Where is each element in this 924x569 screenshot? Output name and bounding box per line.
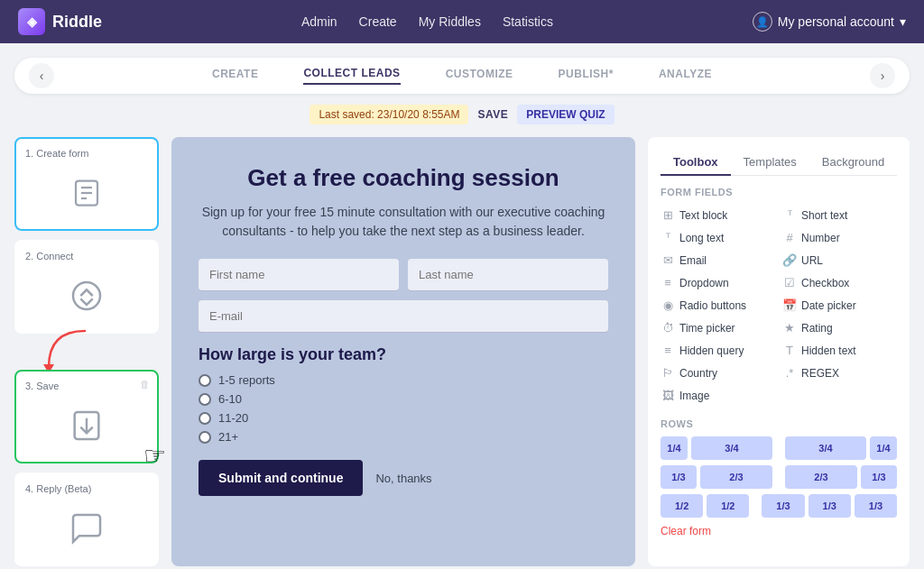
option-2: 6-10 bbox=[199, 392, 608, 406]
field-checkbox[interactable]: ☑ Checkbox bbox=[782, 274, 897, 291]
step-card-2-icon bbox=[25, 269, 148, 323]
save-bar: Last saved: 23/10/20 8:55AM SAVE PREVIEW… bbox=[14, 105, 910, 124]
field-hidden-text[interactable]: T Hidden text bbox=[782, 342, 897, 359]
field-regex-label: REGEX bbox=[801, 367, 839, 380]
row-1-2-btn-1[interactable]: 1/2 bbox=[661, 494, 703, 518]
save-button[interactable]: SAVE bbox=[477, 108, 508, 121]
clear-form-button[interactable]: Clear form bbox=[661, 525, 897, 537]
team-question: How large is your team? bbox=[199, 345, 608, 364]
field-number[interactable]: # Number bbox=[782, 229, 897, 246]
field-dropdown-label: Dropdown bbox=[679, 277, 729, 289]
no-thanks-link[interactable]: No, thanks bbox=[375, 472, 431, 485]
row-1-3-btn-4[interactable]: 1/3 bbox=[808, 494, 851, 518]
red-arrow-svg bbox=[31, 326, 121, 372]
field-image[interactable]: 🖼 Image bbox=[661, 387, 775, 404]
field-rating[interactable]: ★ Rating bbox=[782, 319, 897, 336]
dropdown-icon: ≡ bbox=[661, 276, 675, 289]
field-short-text[interactable]: ᵀ Short text bbox=[782, 206, 897, 224]
row-3-4-btn-1[interactable]: 3/4 bbox=[691, 436, 772, 460]
form-preview: Get a free coaching session Sign up for … bbox=[171, 137, 635, 566]
row-1-3-btn-1[interactable]: 1/3 bbox=[661, 465, 697, 489]
radio-dot-2[interactable] bbox=[199, 393, 211, 406]
row-1-3-btn-5[interactable]: 1/3 bbox=[855, 494, 897, 518]
row-3-4-btn-2[interactable]: 3/4 bbox=[785, 436, 866, 460]
field-time-picker[interactable]: ⏱ Time picker bbox=[661, 319, 775, 336]
preview-content: Get a free coaching session Sign up for … bbox=[171, 137, 635, 514]
regex-icon: .* bbox=[782, 366, 797, 380]
field-regex[interactable]: .* REGEX bbox=[782, 364, 897, 381]
field-country-label: Country bbox=[679, 367, 717, 380]
step-card-4[interactable]: 4. Reply (Beta) bbox=[14, 473, 159, 566]
country-icon: 🏳 bbox=[661, 366, 675, 380]
step-collect-leads[interactable]: COLLECT LEADS bbox=[303, 67, 400, 85]
field-url-label: URL bbox=[801, 254, 823, 267]
form-title: Get a free coaching session bbox=[199, 164, 608, 192]
nav-create[interactable]: Create bbox=[359, 14, 397, 29]
option-4: 21+ bbox=[199, 430, 608, 444]
field-long-text[interactable]: ᵀ Long text bbox=[661, 229, 775, 246]
option-3: 11-20 bbox=[199, 411, 608, 425]
logo: ◈ Riddle bbox=[18, 8, 102, 35]
field-time-label: Time picker bbox=[679, 322, 735, 335]
submit-button[interactable]: Submit and continue bbox=[199, 460, 363, 496]
step-card-3-icon bbox=[25, 399, 148, 453]
time-picker-icon: ⏱ bbox=[661, 321, 675, 335]
radio-dot-4[interactable] bbox=[199, 431, 211, 444]
field-country[interactable]: 🏳 Country bbox=[661, 364, 775, 381]
main-wrapper: ‹ CREATE COLLECT LEADS CUSTOMIZE PUBLISH… bbox=[0, 43, 924, 569]
step-nav-next[interactable]: › bbox=[870, 63, 895, 88]
step-card-2[interactable]: 2. Connect bbox=[14, 240, 159, 334]
step-card-4-icon bbox=[25, 501, 148, 555]
step-card-1-title: 1. Create form bbox=[25, 148, 148, 159]
step-card-3-delete[interactable]: 🗑 bbox=[140, 379, 150, 390]
form-fields-label: Form fields bbox=[661, 187, 897, 197]
row-1-4-btn-2[interactable]: 1/4 bbox=[870, 436, 897, 460]
preview-button[interactable]: PREVIEW QUIZ bbox=[517, 105, 614, 124]
step-create[interactable]: CREATE bbox=[212, 68, 258, 84]
step-analyze[interactable]: ANALYZE bbox=[659, 68, 712, 84]
field-email-label: Email bbox=[679, 254, 707, 267]
hidden-query-icon: ≡ bbox=[661, 344, 675, 357]
nav-my-riddles[interactable]: My Riddles bbox=[419, 14, 481, 29]
email-input[interactable] bbox=[199, 300, 608, 333]
tab-toolbox[interactable]: Toolbox bbox=[661, 150, 731, 176]
field-rating-label: Rating bbox=[801, 322, 833, 335]
radio-dot-1[interactable] bbox=[199, 374, 211, 387]
step-nav-prev[interactable]: ‹ bbox=[29, 63, 54, 88]
radio-dot-3[interactable] bbox=[199, 412, 211, 425]
nav-admin[interactable]: Admin bbox=[301, 14, 337, 29]
first-name-input[interactable] bbox=[199, 259, 399, 291]
date-picker-icon: 📅 bbox=[782, 298, 797, 312]
last-name-input[interactable] bbox=[408, 259, 608, 291]
field-text-block[interactable]: ⊞ Text block bbox=[661, 206, 775, 224]
field-image-label: Image bbox=[679, 390, 709, 402]
account-menu[interactable]: 👤 My personal account ▾ bbox=[753, 12, 906, 32]
row-1-4-btn-1[interactable]: 1/4 bbox=[661, 436, 688, 460]
tab-background[interactable]: Background bbox=[809, 150, 897, 176]
logo-icon: ◈ bbox=[18, 8, 45, 35]
field-date-picker[interactable]: 📅 Date picker bbox=[782, 297, 897, 314]
row-2-3-btn-2[interactable]: 2/3 bbox=[785, 465, 857, 489]
option-4-label: 21+ bbox=[218, 430, 238, 444]
nav-links: Admin Create My Riddles Statistics bbox=[301, 14, 553, 29]
step-card-1[interactable]: 1. Create form bbox=[14, 137, 159, 231]
nav-statistics[interactable]: Statistics bbox=[503, 14, 553, 29]
step-publish[interactable]: PUBLISH* bbox=[559, 68, 614, 84]
row-2-3-btn-1[interactable]: 2/3 bbox=[700, 465, 772, 489]
field-radio-buttons[interactable]: ◉ Radio buttons bbox=[661, 297, 775, 314]
step-card-1-icon bbox=[25, 166, 148, 220]
field-checkbox-label: Checkbox bbox=[801, 277, 849, 289]
row-1-3-btn-2[interactable]: 1/3 bbox=[861, 465, 897, 489]
field-dropdown[interactable]: ≡ Dropdown bbox=[661, 274, 775, 291]
field-hidden-query[interactable]: ≡ Hidden query bbox=[661, 342, 775, 359]
step-customize[interactable]: CUSTOMIZE bbox=[446, 68, 513, 84]
step-card-3[interactable]: 3. Save 🗑 ☞ bbox=[14, 370, 159, 463]
field-email[interactable]: ✉ Email bbox=[661, 252, 775, 269]
rows-label: Rows bbox=[661, 418, 897, 429]
form-footer: Submit and continue No, thanks bbox=[199, 460, 608, 496]
row-1-2-btn-2[interactable]: 1/2 bbox=[707, 494, 749, 518]
field-url[interactable]: 🔗 URL bbox=[782, 252, 897, 269]
row-1-3-btn-3[interactable]: 1/3 bbox=[762, 494, 804, 518]
tab-templates[interactable]: Templates bbox=[731, 150, 809, 176]
checkbox-icon: ☑ bbox=[782, 276, 797, 289]
